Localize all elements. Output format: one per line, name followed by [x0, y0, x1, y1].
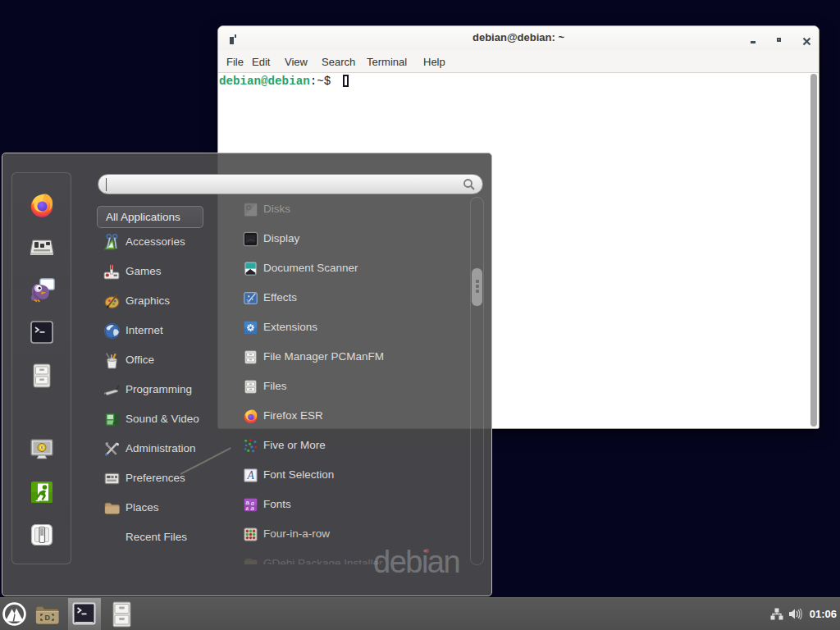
svg-text:a: a — [251, 504, 255, 512]
svg-text:D: D — [45, 614, 51, 622]
svg-text:a: a — [245, 504, 249, 512]
svg-text:A: A — [246, 469, 254, 482]
